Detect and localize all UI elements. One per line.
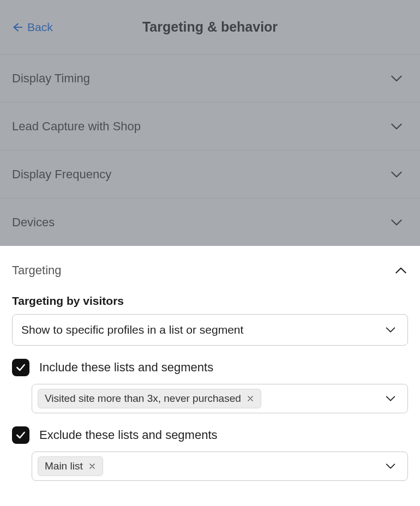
exclude-label: Exclude these lists and segments xyxy=(39,428,218,442)
section-label: Devices xyxy=(12,215,55,230)
chevron-up-icon xyxy=(394,263,408,278)
chevron-down-icon xyxy=(389,215,404,230)
targeting-subheading: Targeting by visitors xyxy=(12,294,408,308)
include-row: Include these lists and segments xyxy=(12,359,408,376)
tag-label: Visited site more than 3x, never purchas… xyxy=(45,393,241,405)
include-label: Include these lists and segments xyxy=(39,360,213,375)
section-display-timing[interactable]: Display Timing xyxy=(0,55,420,103)
exclude-segments-select[interactable]: Main list xyxy=(32,451,408,481)
section-label: Targeting xyxy=(12,263,62,278)
page-header: Back Targeting & behavior xyxy=(0,0,420,55)
chevron-down-icon xyxy=(385,393,397,405)
exclude-row: Exclude these lists and segments xyxy=(12,426,408,444)
check-icon xyxy=(15,362,26,373)
chevron-down-icon xyxy=(389,71,404,86)
exclude-checkbox[interactable] xyxy=(12,426,29,444)
chevron-down-icon xyxy=(385,460,397,472)
back-arrow-icon xyxy=(11,21,23,33)
remove-tag-icon[interactable] xyxy=(247,395,254,402)
page-title: Targeting & behavior xyxy=(142,19,278,35)
section-label: Display Frequency xyxy=(12,167,111,182)
section-label: Display Timing xyxy=(12,71,90,86)
section-display-frequency[interactable]: Display Frequency xyxy=(0,150,420,198)
targeting-visitors-select[interactable]: Show to specific profiles in a list or s… xyxy=(12,314,408,346)
check-icon xyxy=(15,430,26,441)
remove-tag-icon[interactable] xyxy=(88,462,96,470)
include-checkbox[interactable] xyxy=(12,359,29,376)
chevron-down-icon xyxy=(385,324,397,336)
back-button[interactable]: Back xyxy=(11,21,53,34)
select-value: Show to specific profiles in a list or s… xyxy=(21,323,243,336)
tag-label: Main list xyxy=(45,460,83,472)
include-segments-select[interactable]: Visited site more than 3x, never purchas… xyxy=(32,384,408,413)
chevron-down-icon xyxy=(389,119,404,134)
back-label: Back xyxy=(27,21,53,34)
section-targeting: Targeting Targeting by visitors Show to … xyxy=(0,246,420,493)
chevron-down-icon xyxy=(389,167,404,182)
include-tag: Visited site more than 3x, never purchas… xyxy=(38,389,261,408)
section-lead-capture[interactable]: Lead Capture with Shop xyxy=(0,103,420,150)
section-targeting-header[interactable]: Targeting xyxy=(12,246,408,294)
section-devices[interactable]: Devices xyxy=(0,198,420,246)
section-label: Lead Capture with Shop xyxy=(12,119,141,134)
exclude-tag: Main list xyxy=(38,456,103,476)
